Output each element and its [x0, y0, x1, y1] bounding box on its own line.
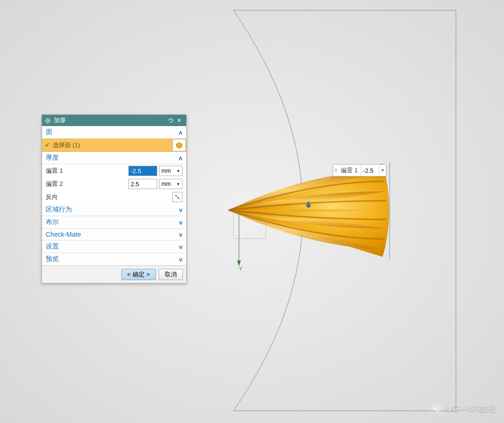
- svg-point-24: [437, 409, 437, 409]
- watermark: UG—NX教程: [430, 402, 496, 415]
- svg-point-23: [435, 407, 436, 408]
- check-icon: ✓: [42, 141, 53, 148]
- grip-icon[interactable]: ⠿: [333, 165, 338, 176]
- close-button[interactable]: ✕: [175, 116, 183, 125]
- thicken-dialog: 加厚 ✕ 面 ʌ ✓ 选择面 (1) 厚度 ʌ 偏置 1 mm ▼: [42, 114, 187, 283]
- drag-handle-icon[interactable]: [305, 201, 312, 209]
- section-preview[interactable]: 预览 v: [42, 253, 186, 266]
- section-checkmate-title: Check-Mate: [46, 231, 81, 238]
- section-region-title: 区域行为: [46, 205, 72, 214]
- svg-line-14: [46, 122, 47, 123]
- reverse-label: 反向: [46, 193, 172, 201]
- axis-y-label: Y: [239, 266, 242, 271]
- svg-line-15: [49, 118, 50, 119]
- section-face[interactable]: 面 ʌ: [42, 126, 186, 139]
- section-boolean[interactable]: 布尔 v: [42, 216, 186, 229]
- dialog-footer: < 确定 > 取消: [42, 266, 186, 283]
- offset2-row: 偏置 2 mm ▼: [42, 177, 186, 190]
- caret-up-icon: ʌ: [179, 155, 182, 162]
- dropdown-icon: ▼: [176, 169, 180, 173]
- reset-button[interactable]: [167, 116, 175, 125]
- svg-marker-16: [169, 120, 170, 121]
- select-face-label: 选择面 (1): [53, 141, 173, 149]
- section-thickness-title: 厚度: [46, 154, 59, 162]
- wechat-icon: [430, 402, 442, 415]
- caret-down-icon: v: [179, 243, 182, 250]
- offset2-unit-select[interactable]: mm ▼: [159, 179, 182, 189]
- caret-down-icon: v: [179, 219, 182, 226]
- svg-point-21: [436, 408, 440, 411]
- float-label: 偏置 1: [338, 166, 361, 175]
- section-thickness[interactable]: 厚度 ʌ: [42, 152, 186, 164]
- dropdown-icon[interactable]: ▼: [379, 165, 386, 176]
- section-face-title: 面: [46, 128, 52, 136]
- section-boolean-title: 布尔: [46, 218, 59, 226]
- offset1-label: 偏置 1: [46, 167, 126, 175]
- caret-down-icon: v: [179, 231, 182, 238]
- svg-line-12: [46, 118, 47, 119]
- dropdown-icon: ▼: [176, 182, 180, 186]
- offset1-row: 偏置 1 mm ▼: [42, 164, 186, 177]
- offset2-input[interactable]: [128, 179, 157, 189]
- select-face-row[interactable]: ✓ 选择面 (1): [42, 139, 186, 152]
- caret-up-icon: ʌ: [179, 129, 182, 136]
- float-offset1-value[interactable]: [361, 165, 379, 176]
- on-canvas-offset-input[interactable]: ⠿ 偏置 1 ▼: [333, 164, 386, 176]
- caret-down-icon: v: [179, 256, 182, 263]
- section-preview-title: 预览: [46, 255, 59, 263]
- dialog-title: 加厚: [54, 116, 66, 125]
- ok-button[interactable]: < 确定 >: [121, 269, 156, 280]
- offset2-label: 偏置 2: [46, 180, 126, 188]
- svg-line-13: [49, 122, 50, 123]
- caret-down-icon: v: [179, 206, 182, 213]
- cancel-button[interactable]: 取消: [159, 269, 183, 280]
- gear-icon: [45, 118, 51, 124]
- svg-point-25: [438, 409, 439, 409]
- offset1-input[interactable]: [128, 166, 157, 176]
- section-settings-title: 设置: [46, 242, 59, 251]
- section-checkmate[interactable]: Check-Mate v: [42, 229, 186, 240]
- watermark-text: UG—NX教程: [446, 403, 496, 414]
- reverse-direction-button[interactable]: [172, 192, 182, 202]
- svg-point-22: [434, 407, 435, 408]
- dialog-titlebar[interactable]: 加厚 ✕: [42, 115, 186, 126]
- face-selection-button[interactable]: [173, 139, 186, 151]
- section-region[interactable]: 区域行为 v: [42, 204, 186, 216]
- svg-point-7: [47, 120, 49, 122]
- section-settings[interactable]: 设置 v: [42, 240, 186, 253]
- offset1-unit-select[interactable]: mm ▼: [159, 166, 182, 176]
